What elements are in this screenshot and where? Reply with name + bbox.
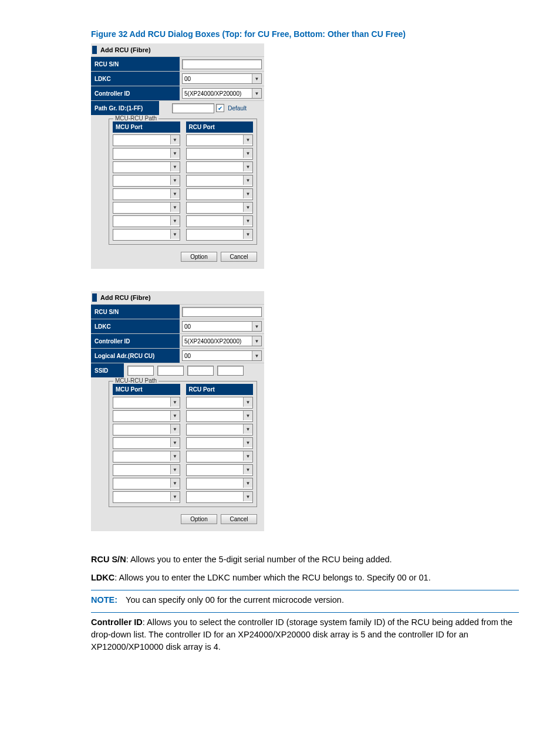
- chevron-down-icon: ▼: [243, 202, 252, 212]
- cancel-button[interactable]: Cancel: [221, 252, 257, 262]
- rcu-port-select[interactable]: ▼: [186, 424, 254, 436]
- mcu-port-select[interactable]: ▼: [113, 451, 180, 463]
- mcu-port-select[interactable]: ▼: [113, 491, 180, 503]
- chevron-down-icon: ▼: [170, 438, 180, 447]
- rcu-port-select[interactable]: ▼: [186, 161, 254, 173]
- ldkc-label: LDKC: [91, 319, 180, 333]
- chevron-down-icon: ▼: [243, 424, 252, 434]
- chevron-down-icon: ▼: [170, 148, 180, 158]
- title-marker-icon: [92, 46, 97, 54]
- ssid-input-3[interactable]: [187, 366, 214, 376]
- rcu-sn-input[interactable]: [182, 307, 262, 317]
- chevron-down-icon: ▼: [170, 229, 180, 239]
- chevron-down-icon: ▼: [243, 411, 252, 420]
- add-rcu-dialog-noncufree: Add RCU (Fibre) RCU S/N LDKC 00 ▼ Contro…: [91, 291, 264, 531]
- chevron-down-icon: ▼: [252, 351, 261, 360]
- ldkc-select[interactable]: 00 ▼: [182, 73, 262, 84]
- ssid-input-1[interactable]: [127, 366, 154, 376]
- mcu-port-header: MCU Port: [113, 384, 180, 395]
- chevron-down-icon: ▼: [170, 492, 180, 501]
- logical-adr-value: 00: [184, 353, 191, 359]
- mcu-port-select[interactable]: ▼: [113, 134, 180, 146]
- mcu-port-select[interactable]: ▼: [113, 397, 180, 409]
- rcu-port-select[interactable]: ▼: [186, 148, 254, 160]
- default-checkbox[interactable]: ✔: [216, 104, 224, 112]
- rcu-port-select[interactable]: ▼: [186, 397, 254, 409]
- chevron-down-icon: ▼: [243, 451, 252, 461]
- add-rcu-dialog-cufree: Add RCU (Fibre) RCU S/N LDKC 00 ▼ Contro…: [91, 43, 264, 269]
- controller-id-value: 5(XP24000/XP20000): [184, 90, 241, 97]
- desc-rcu-sn: RCU S/N: Allows you to enter the 5-digit…: [91, 553, 519, 566]
- dialog-title-bar: Add RCU (Fibre): [91, 291, 264, 304]
- rcu-port-select[interactable]: ▼: [186, 478, 254, 490]
- chevron-down-icon: ▼: [170, 465, 180, 474]
- ssid-input-4[interactable]: [217, 366, 244, 376]
- chevron-down-icon: ▼: [170, 175, 180, 185]
- rcu-port-select[interactable]: ▼: [186, 175, 254, 187]
- rcu-port-select[interactable]: ▼: [186, 134, 254, 146]
- rcu-port-select[interactable]: ▼: [186, 410, 254, 422]
- logical-adr-label: Logical Adr.(RCU CU): [91, 349, 180, 363]
- rcu-port-select[interactable]: ▼: [186, 491, 254, 503]
- chevron-down-icon: ▼: [243, 135, 252, 144]
- mcu-port-select[interactable]: ▼: [113, 161, 180, 173]
- chevron-down-icon: ▼: [243, 229, 252, 239]
- mcu-port-select[interactable]: ▼: [113, 437, 180, 449]
- mcu-rcu-path-group: MCU-RCU Path MCU Port ▼ ▼ ▼ ▼ ▼ ▼ ▼ ▼ RC…: [109, 119, 257, 245]
- rcu-sn-input[interactable]: [182, 59, 262, 69]
- chevron-down-icon: ▼: [170, 135, 180, 144]
- mcu-port-select[interactable]: ▼: [113, 478, 180, 490]
- chevron-down-icon: ▼: [170, 424, 180, 434]
- chevron-down-icon: ▼: [243, 175, 252, 185]
- rcu-port-header: RCU Port: [186, 384, 254, 395]
- ssid-input-2[interactable]: [157, 366, 184, 376]
- controller-id-select[interactable]: 5(XP24000/XP20000) ▼: [182, 88, 262, 99]
- mcu-port-select[interactable]: ▼: [113, 202, 180, 214]
- ldkc-value: 00: [184, 323, 191, 330]
- cancel-button[interactable]: Cancel: [221, 514, 257, 524]
- rcu-port-select[interactable]: ▼: [186, 437, 254, 449]
- chevron-down-icon: ▼: [252, 74, 261, 83]
- path-group-legend: MCU-RCU Path: [113, 377, 158, 384]
- default-label: Default: [228, 105, 247, 112]
- chevron-down-icon: ▼: [170, 478, 180, 488]
- path-group-legend: MCU-RCU Path: [113, 115, 158, 121]
- chevron-down-icon: ▼: [243, 189, 252, 198]
- mcu-port-select[interactable]: ▼: [113, 424, 180, 436]
- option-button[interactable]: Option: [181, 252, 217, 262]
- dialog-title: Add RCU (Fibre): [100, 294, 151, 301]
- rcu-port-select[interactable]: ▼: [186, 451, 254, 463]
- controller-id-value: 5(XP24000/XP20000): [184, 338, 241, 345]
- ssid-label: SSID: [91, 363, 124, 377]
- ldkc-select[interactable]: 00 ▼: [182, 321, 262, 332]
- mcu-port-select[interactable]: ▼: [113, 229, 180, 241]
- mcu-port-header: MCU Port: [113, 121, 180, 133]
- path-gr-id-input[interactable]: [172, 103, 214, 113]
- mcu-port-select[interactable]: ▼: [113, 215, 180, 227]
- divider: [91, 612, 519, 613]
- mcu-port-select[interactable]: ▼: [113, 188, 180, 200]
- mcu-port-select[interactable]: ▼: [113, 175, 180, 187]
- mcu-port-select[interactable]: ▼: [113, 148, 180, 160]
- divider: [91, 590, 519, 590]
- chevron-down-icon: ▼: [252, 322, 261, 331]
- controller-id-select[interactable]: 5(XP24000/XP20000) ▼: [182, 336, 262, 346]
- mcu-port-select[interactable]: ▼: [113, 464, 180, 476]
- rcu-port-select[interactable]: ▼: [186, 215, 254, 227]
- chevron-down-icon: ▼: [243, 148, 252, 158]
- path-gr-id-label: Path Gr. ID:(1-FF): [91, 101, 159, 115]
- option-button[interactable]: Option: [181, 514, 217, 524]
- chevron-down-icon: ▼: [243, 397, 252, 407]
- desc-controller-id: Controller ID: Allows you to select the …: [91, 616, 519, 653]
- mcu-port-select[interactable]: ▼: [113, 410, 180, 422]
- rcu-port-select[interactable]: ▼: [186, 188, 254, 200]
- chevron-down-icon: ▼: [243, 438, 252, 447]
- figure-caption: Figure 32 Add RCU Dialog Boxes (Top: for…: [91, 29, 519, 39]
- ldkc-value: 00: [184, 76, 191, 82]
- logical-adr-select[interactable]: 00 ▼: [182, 350, 262, 361]
- chevron-down-icon: ▼: [170, 216, 180, 225]
- chevron-down-icon: ▼: [170, 397, 180, 407]
- rcu-port-select[interactable]: ▼: [186, 229, 254, 241]
- rcu-port-select[interactable]: ▼: [186, 202, 254, 214]
- rcu-port-select[interactable]: ▼: [186, 464, 254, 476]
